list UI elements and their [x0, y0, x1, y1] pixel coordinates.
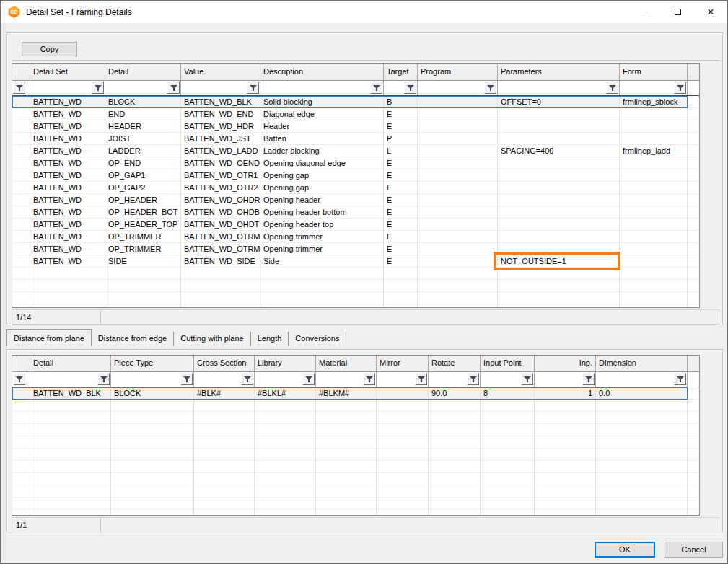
- column-header[interactable]: Piece Type: [111, 356, 194, 371]
- column-header[interactable]: Library: [255, 356, 316, 371]
- tab-length[interactable]: Length: [251, 332, 289, 346]
- maximize-button[interactable]: [661, 1, 694, 23]
- table-cell[interactable]: E: [384, 231, 418, 243]
- table-row[interactable]: BATTEN_WDJOISTBATTEN_WD_JSTBattenP: [12, 133, 699, 145]
- table-cell[interactable]: Opening header bottom: [260, 206, 384, 219]
- table-cell[interactable]: BATTEN_WD_BLK: [181, 96, 260, 108]
- table-cell[interactable]: [418, 145, 498, 157]
- filter-funnel-icon[interactable]: [247, 81, 259, 94]
- table-cell[interactable]: BATTEN_WD_SIDE: [181, 255, 260, 268]
- table-cell[interactable]: END: [105, 108, 181, 120]
- table-cell[interactable]: [418, 243, 498, 255]
- table-cell[interactable]: Solid blocking: [260, 96, 384, 108]
- table-cell[interactable]: #BLK#: [194, 387, 255, 400]
- table-row[interactable]: BATTEN_WDBLOCKBATTEN_WD_BLKSolid blockin…: [12, 96, 699, 108]
- table-cell[interactable]: BATTEN_WD: [30, 231, 105, 243]
- minimize-button[interactable]: [628, 1, 661, 23]
- filter-funnel-icon[interactable]: [674, 373, 686, 385]
- table-cell[interactable]: Opening header top: [260, 219, 384, 231]
- row-selector-cell[interactable]: [12, 231, 30, 243]
- filter-funnel-icon[interactable]: [521, 373, 533, 385]
- table-cell[interactable]: LADDER: [105, 145, 181, 157]
- filter-cell[interactable]: [429, 372, 481, 387]
- table-cell[interactable]: [498, 219, 620, 231]
- table-cell[interactable]: 90.0: [429, 387, 481, 400]
- table-cell[interactable]: SPACING=400: [498, 145, 620, 157]
- table-cell[interactable]: Opening trimmer: [260, 231, 384, 243]
- table-cell[interactable]: E: [384, 120, 418, 133]
- table-cell[interactable]: 0.0: [596, 387, 688, 400]
- row-selector-cell[interactable]: [12, 169, 30, 182]
- table-row[interactable]: BATTEN_WDOP_TRIMMERBATTEN_WD_OTRMOpening…: [12, 243, 699, 255]
- cancel-button[interactable]: Cancel: [665, 542, 723, 558]
- table-cell[interactable]: [418, 133, 498, 145]
- copy-button[interactable]: Copy: [22, 42, 77, 56]
- column-header[interactable]: Inp.: [535, 356, 596, 371]
- table-row[interactable]: BATTEN_WDENDBATTEN_WD_ENDDiagonal edgeE: [12, 108, 699, 120]
- filter-cell[interactable]: [596, 372, 688, 387]
- table-cell[interactable]: BATTEN_WD: [30, 145, 105, 157]
- table-cell[interactable]: [418, 120, 498, 133]
- filter-funnel-icon[interactable]: [415, 373, 427, 385]
- table-cell[interactable]: Opening trimmer: [260, 243, 384, 255]
- table-cell[interactable]: BATTEN_WD: [30, 182, 105, 194]
- table-row[interactable]: BATTEN_WDLADDERBATTEN_WD_LADDLadder bloc…: [12, 145, 699, 157]
- table-cell[interactable]: Header: [260, 120, 384, 133]
- table-cell[interactable]: BATTEN_WD: [30, 206, 105, 219]
- table-cell[interactable]: OP_TRIMMER: [105, 243, 181, 255]
- table-row[interactable]: BATTEN_WDOP_GAP2BATTEN_WD_OTR2Opening ga…: [12, 182, 699, 194]
- filter-cell[interactable]: [620, 81, 688, 95]
- table-cell[interactable]: SIDE: [105, 255, 181, 268]
- table-cell[interactable]: #BLKL#: [255, 387, 316, 400]
- table-cell[interactable]: BATTEN_WD: [30, 219, 105, 231]
- table-cell[interactable]: E: [384, 169, 418, 182]
- table-cell[interactable]: 1: [535, 387, 596, 400]
- table-cell[interactable]: [620, 243, 688, 255]
- table-cell[interactable]: [620, 255, 688, 268]
- filter-cell[interactable]: [418, 81, 498, 95]
- filter-cell[interactable]: [481, 372, 535, 387]
- table-cell[interactable]: Batten: [260, 133, 384, 145]
- table-cell[interactable]: BATTEN_WD_OTR2: [181, 182, 260, 194]
- table-cell[interactable]: [498, 243, 620, 255]
- titlebar[interactable]: BD Detail Set - Framing Details ✕: [1, 1, 727, 23]
- table-cell[interactable]: HEADER: [105, 120, 181, 133]
- column-header[interactable]: [12, 64, 30, 80]
- table-cell[interactable]: [418, 96, 498, 108]
- filter-funnel-icon[interactable]: [92, 81, 104, 94]
- column-header[interactable]: Program: [418, 64, 498, 80]
- table-cell[interactable]: BATTEN_WD: [30, 194, 105, 206]
- filter-cell[interactable]: [377, 372, 429, 387]
- filter-funnel-icon[interactable]: [484, 81, 496, 94]
- table-cell[interactable]: [620, 194, 688, 206]
- table-cell[interactable]: BLOCK: [105, 96, 181, 108]
- table-row[interactable]: BATTEN_WDOP_HEADERBATTEN_WD_OHDROpening …: [12, 194, 699, 206]
- table-cell[interactable]: OP_TRIMMER: [105, 231, 181, 243]
- table-cell[interactable]: [498, 194, 620, 206]
- filter-cell[interactable]: [181, 81, 260, 95]
- table-cell[interactable]: [418, 157, 498, 169]
- table-row[interactable]: BATTEN_WD_BLKBLOCK#BLK##BLKL##BLKM#90.08…: [12, 387, 699, 400]
- row-selector-cell[interactable]: [12, 255, 30, 268]
- table-cell[interactable]: OP_GAP2: [105, 182, 181, 194]
- filter-cell[interactable]: [30, 372, 111, 387]
- table-cell[interactable]: frmlinep_ladd: [620, 145, 688, 157]
- tab-distance-from-edge[interactable]: Distance from edge: [92, 332, 174, 346]
- table-cell[interactable]: [620, 219, 688, 231]
- table-cell[interactable]: NOT_OUTSIDE=1: [498, 255, 620, 268]
- table-cell[interactable]: P: [384, 133, 418, 145]
- table-cell[interactable]: BATTEN_WD_OHDT: [181, 219, 260, 231]
- table-cell[interactable]: [498, 231, 620, 243]
- table-cell[interactable]: [620, 133, 688, 145]
- table-cell[interactable]: BATTEN_WD_BLK: [30, 387, 111, 400]
- table-cell[interactable]: E: [384, 219, 418, 231]
- table-cell[interactable]: BATTEN_WD: [30, 169, 105, 182]
- table-cell[interactable]: E: [384, 182, 418, 194]
- column-header[interactable]: Dimension: [596, 356, 688, 371]
- table-cell[interactable]: BATTEN_WD: [30, 157, 105, 169]
- table-cell[interactable]: BATTEN_WD_OTRM: [181, 243, 260, 255]
- row-selector-cell[interactable]: [12, 108, 30, 120]
- table-cell[interactable]: [498, 157, 620, 169]
- table-cell[interactable]: [620, 206, 688, 219]
- table-cell[interactable]: JOIST: [105, 133, 181, 145]
